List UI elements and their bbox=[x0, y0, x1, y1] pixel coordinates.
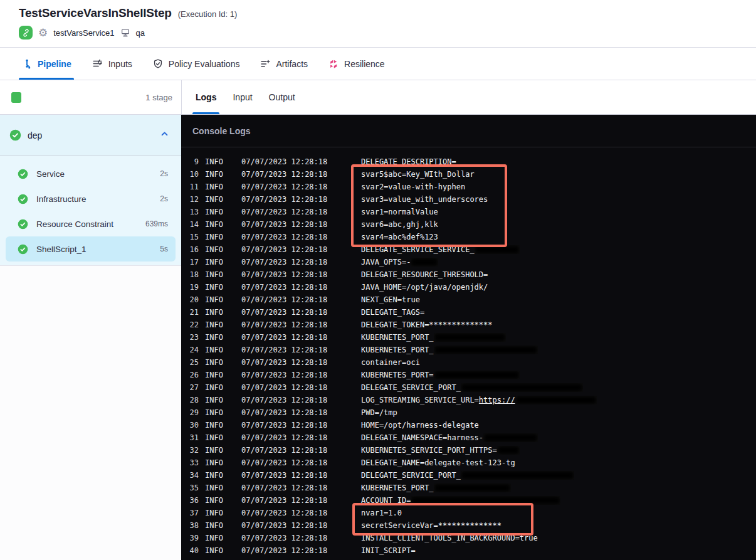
log-line-35: 35INFO07/07/2023 12:28:18KUBERNETES_PORT… bbox=[181, 482, 756, 494]
stage-group-dep[interactable]: dep bbox=[0, 115, 181, 156]
console-header: Console Logs bbox=[181, 115, 756, 147]
log-message: KUBERNETES_PORT_ bbox=[361, 331, 506, 344]
log-level: INFO bbox=[205, 356, 225, 369]
log-line-9: 9INFO07/07/2023 12:28:18DELEGATE_DESCRIP… bbox=[181, 156, 756, 168]
log-line-21: 21INFO07/07/2023 12:28:18DELEGATE_TAGS= bbox=[181, 306, 756, 319]
environment-name[interactable]: qa bbox=[136, 28, 145, 38]
log-line-29: 29INFO07/07/2023 12:28:18PWD=/tmp bbox=[181, 406, 756, 419]
log-timestamp: 07/07/2023 12:28:18 bbox=[241, 256, 330, 268]
log-message: PWD=/tmp bbox=[361, 406, 397, 419]
line-number: 40 bbox=[181, 544, 199, 557]
log-message: nvar1=1.0 bbox=[361, 507, 402, 519]
log-message: svar5$abc=Key_WIth_Dollar bbox=[361, 168, 475, 181]
line-number: 33 bbox=[181, 457, 199, 469]
step-item-infrastructure[interactable]: Infrastructure2s bbox=[6, 186, 176, 211]
log-timestamp: 07/07/2023 12:28:18 bbox=[241, 406, 330, 419]
tab-artifacts[interactable]: Artifacts bbox=[260, 48, 308, 80]
line-number: 17 bbox=[181, 256, 199, 268]
stage-group-label: dep bbox=[28, 130, 42, 140]
log-line-18: 18INFO07/07/2023 12:28:18DELEGATE_RESOUR… bbox=[181, 268, 756, 281]
log-line-25: 25INFO07/07/2023 12:28:18container=oci bbox=[181, 356, 756, 369]
step-label: Resource Constraint bbox=[36, 219, 113, 229]
log-tab-output[interactable]: Output bbox=[269, 80, 295, 114]
log-tab-logs[interactable]: Logs bbox=[196, 80, 216, 114]
log-line-14: 14INFO07/07/2023 12:28:18svar6=abc,ghj,k… bbox=[181, 218, 756, 231]
log-level: INFO bbox=[205, 406, 225, 419]
log-level: INFO bbox=[205, 193, 225, 206]
app-root: TestServiceVarsInShellStep (Execution Id… bbox=[0, 0, 756, 560]
chevron-up-icon[interactable] bbox=[159, 129, 170, 142]
log-timestamp: 07/07/2023 12:28:18 bbox=[241, 168, 330, 181]
redacted-value bbox=[461, 383, 583, 392]
step-item-shellscript-1[interactable]: ShellScript_15s bbox=[6, 236, 176, 262]
log-timestamp: 07/07/2023 12:28:18 bbox=[241, 344, 330, 356]
line-number: 9 bbox=[181, 156, 199, 168]
log-level: INFO bbox=[205, 306, 225, 319]
tab-label: Pipeline bbox=[38, 59, 71, 69]
line-number: 30 bbox=[181, 419, 199, 431]
log-line-13: 13INFO07/07/2023 12:28:18svar1=normalVal… bbox=[181, 206, 756, 218]
log-message: LOG_STREAMING_SERVICE_URL=https:// bbox=[361, 394, 597, 406]
redacted-value bbox=[461, 471, 574, 480]
log-message: DELEGATE_NAMESPACE=harness- bbox=[361, 431, 538, 444]
service-name[interactable]: testVarsService1 bbox=[53, 28, 114, 38]
line-number: 22 bbox=[181, 319, 199, 331]
log-lines[interactable]: 9INFO07/07/2023 12:28:18DELEGATE_DESCRIP… bbox=[181, 147, 756, 557]
line-number: 20 bbox=[181, 293, 199, 306]
log-tab-input[interactable]: Input bbox=[233, 80, 252, 114]
log-line-37: 37INFO07/07/2023 12:28:18nvar1=1.0 bbox=[181, 507, 756, 519]
step-item-resource-constraint[interactable]: Resource Constraint639ms bbox=[6, 211, 176, 236]
log-message: svar4=abc%def%123 bbox=[361, 231, 438, 243]
log-message: DELEGATE_SERVICE_PORT_ bbox=[361, 381, 583, 394]
line-number: 23 bbox=[181, 331, 199, 344]
module-tab-bar: PipelineInputsPolicy EvaluationsArtifact… bbox=[0, 48, 756, 80]
log-message: ACCOUNT_ID= bbox=[361, 494, 560, 507]
tab-pipeline[interactable]: Pipeline bbox=[21, 48, 71, 80]
log-timestamp: 07/07/2023 12:28:18 bbox=[241, 457, 330, 469]
inputs-icon bbox=[92, 58, 103, 70]
tab-policy-evaluations[interactable]: Policy Evaluations bbox=[152, 48, 240, 80]
log-line-38: 38INFO07/07/2023 12:28:18secretServiceVa… bbox=[181, 519, 756, 532]
step-label: ShellScript_1 bbox=[36, 245, 87, 254]
step-item-service[interactable]: Service2s bbox=[6, 161, 176, 186]
line-number: 21 bbox=[181, 306, 199, 319]
log-link[interactable]: https:// bbox=[479, 396, 515, 404]
service-env-row: ⚙ testVarsService1 qa bbox=[19, 26, 756, 40]
tab-resilience[interactable]: Resilience bbox=[328, 48, 385, 80]
line-number: 36 bbox=[181, 494, 199, 507]
log-level: INFO bbox=[205, 293, 225, 306]
log-message: KUBERNETES_SERVICE_PORT_HTTPS= bbox=[361, 444, 520, 457]
log-timestamp: 07/07/2023 12:28:18 bbox=[241, 369, 330, 381]
log-level: INFO bbox=[205, 482, 225, 494]
console-title: Console Logs bbox=[192, 126, 251, 136]
log-message: HOME=/opt/harness-delegate bbox=[361, 419, 479, 431]
step-label: Infrastructure bbox=[36, 194, 87, 204]
log-level: INFO bbox=[205, 444, 225, 457]
redacted-value bbox=[475, 245, 520, 254]
log-level: INFO bbox=[205, 156, 225, 168]
log-level: INFO bbox=[205, 544, 225, 557]
log-timestamp: 07/07/2023 12:28:18 bbox=[241, 507, 330, 519]
resilience-icon bbox=[328, 58, 339, 70]
log-level: INFO bbox=[205, 394, 225, 406]
main-split: 1 stage dep Service2sInfrastructure2sRes… bbox=[0, 80, 756, 560]
check-circle-icon bbox=[18, 194, 28, 204]
log-level: INFO bbox=[205, 231, 225, 243]
log-timestamp: 07/07/2023 12:28:18 bbox=[241, 156, 330, 168]
line-number: 29 bbox=[181, 406, 199, 419]
line-number: 16 bbox=[181, 243, 199, 256]
console-panel: Console Logs 9INFO07/07/2023 12:28:18DEL… bbox=[181, 115, 756, 560]
log-level: INFO bbox=[205, 457, 225, 469]
log-level: INFO bbox=[205, 419, 225, 431]
log-timestamp: 07/07/2023 12:28:18 bbox=[241, 381, 330, 394]
line-number: 19 bbox=[181, 281, 199, 293]
tab-inputs[interactable]: Inputs bbox=[92, 48, 132, 80]
log-timestamp: 07/07/2023 12:28:18 bbox=[241, 431, 330, 444]
policy-evaluations-icon bbox=[152, 58, 164, 70]
log-message: DELEGATE_TOKEN=************** bbox=[361, 319, 493, 331]
page-title: TestServiceVarsInShellStep bbox=[19, 6, 172, 20]
line-number: 24 bbox=[181, 344, 199, 356]
tab-label: Inputs bbox=[108, 59, 132, 69]
log-message: KUBERNETES_PORT_ bbox=[361, 344, 538, 356]
log-message: JAVA_HOME=/opt/java/openjdk/ bbox=[361, 281, 488, 293]
